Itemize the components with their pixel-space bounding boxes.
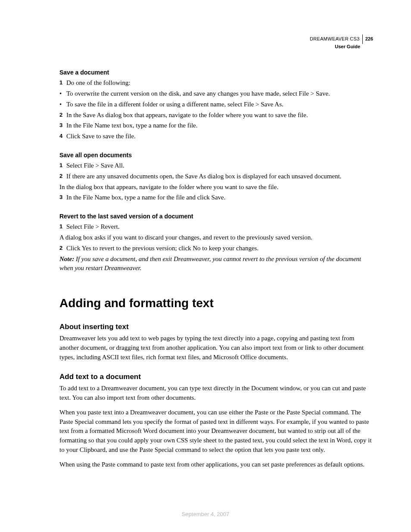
subhead-save-document: Save a document bbox=[59, 68, 373, 77]
step-number: 3 bbox=[59, 193, 66, 202]
step-text: In the Save As dialog box that appears, … bbox=[66, 111, 373, 120]
subhead-save-all: Save all open documents bbox=[59, 151, 373, 159]
bullet-row: • To save the file in a different folder… bbox=[59, 100, 373, 109]
body-text: When using the Paste command to paste te… bbox=[59, 460, 373, 470]
note: Note: If you save a document, and then e… bbox=[59, 255, 373, 274]
step-row: 4 Click Save to save the file. bbox=[59, 132, 373, 141]
step-text: Click Save to save the file. bbox=[66, 132, 373, 141]
step-text: Select File > Revert. bbox=[66, 222, 373, 232]
page: DREAMWEAVER CS3 226 User Guide Save a do… bbox=[0, 0, 411, 532]
bullet-icon: • bbox=[59, 100, 66, 109]
step-row: 1 Do one of the following: bbox=[59, 78, 373, 88]
bullet-row: • To overwrite the current version on th… bbox=[59, 89, 373, 99]
guide-label: User Guide bbox=[310, 44, 373, 50]
step-text: Select File > Save All. bbox=[66, 161, 373, 171]
step-text: If there are any unsaved documents open,… bbox=[66, 172, 373, 181]
header-separator bbox=[362, 34, 363, 44]
product-name: DREAMWEAVER CS3 bbox=[310, 36, 360, 42]
body-text: In the dialog box that appears, navigate… bbox=[59, 183, 373, 192]
step-number: 1 bbox=[59, 222, 66, 232]
note-body: If you save a document, and then exit Dr… bbox=[59, 255, 361, 272]
bullet-text: To save the file in a different folder o… bbox=[66, 100, 373, 109]
body-text: When you paste text into a Dreamweaver d… bbox=[59, 408, 373, 455]
step-row: 2 If there are any unsaved documents ope… bbox=[59, 172, 373, 181]
step-row: 2 In the Save As dialog box that appears… bbox=[59, 111, 373, 120]
topic-heading-about-inserting: About inserting text bbox=[59, 322, 373, 333]
step-text: Do one of the following: bbox=[66, 78, 373, 88]
step-text: Click Yes to revert to the previous vers… bbox=[66, 244, 373, 253]
section-heading: Adding and formatting text bbox=[59, 295, 373, 312]
step-number: 1 bbox=[59, 161, 66, 171]
page-content: Save a document 1 Do one of the followin… bbox=[59, 34, 373, 469]
page-header: DREAMWEAVER CS3 226 User Guide bbox=[310, 34, 373, 50]
subhead-revert: Revert to the last saved version of a do… bbox=[59, 212, 373, 221]
footer-date: September 4, 2007 bbox=[0, 511, 411, 517]
page-number: 226 bbox=[365, 36, 373, 42]
step-row: 2 Click Yes to revert to the previous ve… bbox=[59, 244, 373, 253]
step-number: 4 bbox=[59, 132, 66, 141]
step-number: 2 bbox=[59, 111, 66, 120]
body-text: Dreamweaver lets you add text to web pag… bbox=[59, 334, 373, 362]
step-text: In the File Name text box, type a name f… bbox=[66, 121, 373, 131]
step-text: In the File Name box, type a name for th… bbox=[66, 193, 373, 202]
step-row: 3 In the File Name text box, type a name… bbox=[59, 121, 373, 131]
step-number: 3 bbox=[59, 121, 66, 131]
step-row: 1 Select File > Revert. bbox=[59, 222, 373, 232]
body-text: To add text to a Dreamweaver document, y… bbox=[59, 384, 373, 403]
step-row: 1 Select File > Save All. bbox=[59, 161, 373, 171]
bullet-text: To overwrite the current version on the … bbox=[66, 89, 373, 99]
note-label: Note: bbox=[59, 255, 74, 262]
topic-heading-add-text: Add text to a document bbox=[59, 372, 373, 383]
bullet-icon: • bbox=[59, 89, 66, 99]
step-row: 3 In the File Name box, type a name for … bbox=[59, 193, 373, 202]
step-number: 1 bbox=[59, 78, 66, 88]
step-number: 2 bbox=[59, 172, 66, 181]
body-text: A dialog box asks if you want to discard… bbox=[59, 233, 373, 243]
step-number: 2 bbox=[59, 244, 66, 253]
